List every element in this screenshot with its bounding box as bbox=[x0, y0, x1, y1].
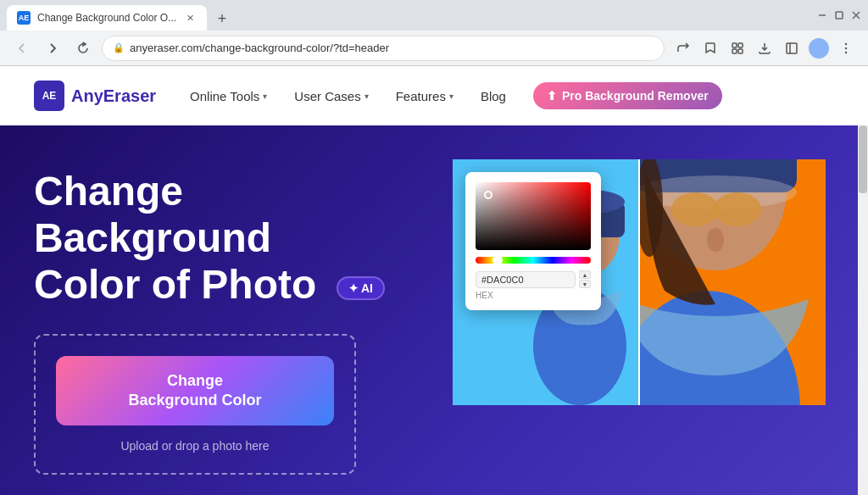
tab-title: Change Background Color O... bbox=[37, 12, 176, 24]
svg-point-12 bbox=[845, 51, 847, 53]
hero-left: Change Background Color of Photo ✦ AI Ch… bbox=[34, 159, 444, 478]
hex-value[interactable]: #DAC0C0 bbox=[476, 271, 576, 288]
toolbar-icons bbox=[671, 36, 858, 60]
svg-point-28 bbox=[707, 228, 724, 252]
pro-background-remover-button[interactable]: ⬆ Pro Background Remover bbox=[533, 82, 722, 109]
url-text: anyeraser.com/change-background-color/?t… bbox=[130, 42, 654, 54]
tab-close-button[interactable]: ✕ bbox=[183, 11, 197, 25]
svg-rect-5 bbox=[738, 43, 743, 47]
chevron-down-icon: ▾ bbox=[364, 92, 369, 101]
reload-button[interactable] bbox=[71, 36, 95, 60]
color-picker-dot[interactable] bbox=[484, 191, 492, 199]
preview-image: #DAC0C0 ▲ ▼ HEX bbox=[453, 159, 826, 405]
svg-point-26 bbox=[671, 192, 719, 226]
nav-online-tools[interactable]: Online Tools ▾ bbox=[190, 89, 267, 103]
hero-section: Change Background Color of Photo ✦ AI Ch… bbox=[0, 125, 868, 495]
back-button[interactable] bbox=[10, 36, 34, 60]
svg-point-27 bbox=[714, 192, 761, 226]
logo-text: AnyEraser bbox=[71, 86, 156, 106]
split-divider bbox=[638, 159, 640, 405]
hue-slider[interactable] bbox=[476, 257, 591, 264]
svg-point-10 bbox=[845, 42, 847, 44]
url-bar[interactable]: 🔒 anyeraser.com/change-background-color/… bbox=[102, 36, 665, 61]
hero-title-line3: Color of Photo bbox=[34, 262, 316, 307]
upload-btn-line2: Background Color bbox=[128, 392, 261, 409]
hero-title-line2: Background bbox=[34, 215, 271, 260]
lock-icon: 🔒 bbox=[113, 42, 125, 53]
title-bar: AE Change Background Color O... ✕ + bbox=[0, 0, 868, 31]
download-icon[interactable] bbox=[753, 36, 776, 60]
bookmark-icon[interactable] bbox=[698, 36, 722, 60]
chevron-down-icon: ▾ bbox=[263, 92, 267, 101]
site-navbar: AE AnyEraser Online Tools ▾ User Cases ▾… bbox=[0, 66, 868, 125]
page-content: AE AnyEraser Online Tools ▾ User Cases ▾… bbox=[0, 66, 868, 495]
hero-title-line1: Change bbox=[34, 169, 183, 214]
hex-input-row: #DAC0C0 ▲ ▼ bbox=[476, 270, 591, 288]
chevron-down-icon: ▾ bbox=[449, 92, 453, 101]
scrollbar-thumb[interactable] bbox=[859, 125, 867, 193]
color-gradient-picker[interactable] bbox=[476, 182, 591, 250]
nav-user-cases[interactable]: User Cases ▾ bbox=[294, 89, 368, 103]
extensions-icon[interactable] bbox=[726, 36, 749, 60]
window-controls bbox=[817, 10, 861, 20]
upload-icon: ⬆ bbox=[547, 89, 557, 103]
preview-right bbox=[639, 159, 826, 405]
maximize-button[interactable] bbox=[834, 10, 844, 20]
new-tab-button[interactable]: + bbox=[210, 7, 234, 31]
svg-point-11 bbox=[845, 47, 847, 48]
page-scrollbar[interactable] bbox=[858, 125, 868, 495]
hex-label: HEX bbox=[476, 291, 591, 300]
upload-button[interactable]: Change Background Color bbox=[56, 356, 334, 426]
svg-rect-6 bbox=[732, 49, 737, 53]
upload-area[interactable]: Change Background Color Upload or drop a… bbox=[34, 334, 356, 476]
forward-button[interactable] bbox=[41, 36, 64, 60]
upload-hint: Upload or drop a photo here bbox=[120, 439, 269, 453]
share-icon[interactable] bbox=[671, 36, 695, 60]
nav-features-label: Features bbox=[396, 89, 446, 103]
minimize-button[interactable] bbox=[817, 10, 827, 20]
hex-down-arrow[interactable]: ▼ bbox=[579, 280, 591, 288]
address-bar: 🔒 anyeraser.com/change-background-color/… bbox=[0, 31, 868, 66]
sidebar-icon[interactable] bbox=[780, 36, 804, 60]
profile-avatar[interactable] bbox=[807, 36, 831, 60]
nav-blog-label: Blog bbox=[481, 89, 506, 103]
tab-bar: AE Change Background Color O... ✕ + bbox=[7, 0, 810, 31]
active-tab[interactable]: AE Change Background Color O... ✕ bbox=[7, 5, 207, 31]
upload-btn-line1: Change bbox=[167, 372, 223, 389]
browser-chrome: AE Change Background Color O... ✕ + bbox=[0, 0, 868, 495]
close-button[interactable] bbox=[851, 10, 861, 20]
svg-rect-4 bbox=[732, 43, 737, 47]
hex-up-arrow[interactable]: ▲ bbox=[579, 270, 591, 279]
hex-arrows: ▲ ▼ bbox=[579, 270, 591, 288]
nav-links: Online Tools ▾ User Cases ▾ Features ▾ B… bbox=[190, 82, 834, 109]
logo-icon: AE bbox=[34, 81, 64, 111]
hue-slider-thumb[interactable] bbox=[492, 255, 503, 265]
hero-right: #DAC0C0 ▲ ▼ HEX bbox=[444, 159, 834, 478]
svg-rect-7 bbox=[738, 49, 743, 53]
svg-rect-8 bbox=[787, 43, 797, 53]
svg-rect-1 bbox=[836, 12, 843, 19]
nav-user-cases-label: User Cases bbox=[294, 89, 360, 103]
hero-title: Change Background Color of Photo ✦ AI bbox=[34, 168, 444, 309]
ai-badge: ✦ AI bbox=[337, 276, 385, 300]
site-logo[interactable]: AE AnyEraser bbox=[34, 81, 156, 111]
menu-button[interactable] bbox=[834, 36, 858, 60]
color-picker[interactable]: #DAC0C0 ▲ ▼ HEX bbox=[465, 172, 601, 310]
nav-online-tools-label: Online Tools bbox=[190, 89, 259, 103]
nav-features[interactable]: Features ▾ bbox=[396, 89, 453, 103]
tab-favicon: AE bbox=[17, 11, 31, 25]
nav-blog[interactable]: Blog bbox=[481, 89, 506, 103]
cta-label: Pro Background Remover bbox=[562, 89, 709, 103]
